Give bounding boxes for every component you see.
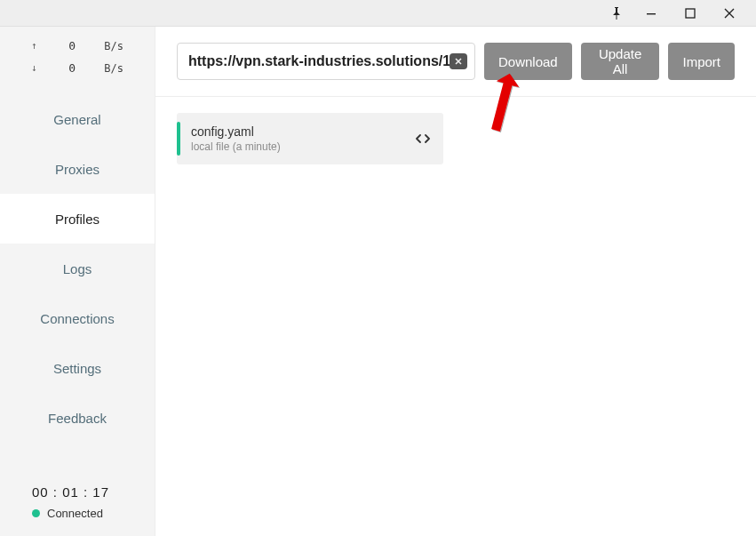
maximize-button[interactable] [671, 0, 710, 27]
arrow-down-icon: ↓ [31, 62, 40, 74]
clear-input-button[interactable] [450, 53, 467, 69]
main-panel: Download Update All Import config.yaml l… [155, 27, 756, 536]
close-icon [724, 8, 735, 19]
url-input-box[interactable] [177, 43, 475, 80]
svg-rect-1 [686, 9, 695, 18]
speed-indicator: ↑ 0 B/s ↓ 0 B/s [0, 27, 155, 89]
sidebar-footer: 00 : 01 : 17 Connected [0, 468, 155, 536]
minimize-icon [646, 8, 657, 19]
nav-label: Logs [63, 261, 92, 276]
connection-timer: 00 : 01 : 17 [18, 484, 137, 500]
download-speed: ↓ 0 B/s [31, 61, 123, 75]
download-value: 0 [68, 61, 76, 75]
upload-speed: ↑ 0 B/s [31, 39, 123, 52]
profile-accent [177, 122, 180, 156]
nav-list: General Proxies Profiles Logs Connection… [0, 94, 155, 443]
code-icon [416, 133, 430, 144]
svg-rect-0 [647, 13, 656, 14]
nav-label: Feedback [48, 411, 107, 426]
connection-status: Connected [18, 507, 137, 520]
nav-item-logs[interactable]: Logs [0, 244, 155, 293]
nav-item-general[interactable]: General [0, 94, 155, 144]
nav-label: Connections [40, 311, 114, 326]
profile-card[interactable]: config.yaml local file (a minute) [177, 113, 443, 164]
titlebar [0, 0, 756, 27]
profiles-content: config.yaml local file (a minute) [155, 97, 756, 180]
maximize-icon [685, 8, 696, 19]
nav-label: General [53, 112, 100, 127]
status-dot-icon [32, 509, 40, 517]
download-unit: B/s [104, 62, 123, 75]
nav-label: Profiles [55, 212, 99, 227]
profile-title: config.yaml [191, 124, 413, 139]
toolbar: Download Update All Import [155, 27, 756, 97]
download-button[interactable]: Download [484, 43, 572, 80]
minimize-button[interactable] [632, 0, 671, 27]
profile-body: config.yaml local file (a minute) [191, 124, 413, 153]
upload-unit: B/s [104, 40, 123, 52]
import-button[interactable]: Import [668, 43, 735, 80]
sidebar: ↑ 0 B/s ↓ 0 B/s General Proxies Profiles… [0, 27, 155, 536]
app-content: ↑ 0 B/s ↓ 0 B/s General Proxies Profiles… [0, 27, 756, 536]
nav-item-feedback[interactable]: Feedback [0, 393, 155, 443]
nav-label: Settings [53, 361, 101, 376]
pin-button[interactable] [601, 0, 632, 27]
nav-item-profiles[interactable]: Profiles [0, 194, 155, 244]
url-input[interactable] [188, 53, 450, 69]
backspace-clear-icon [454, 57, 463, 66]
status-label: Connected [47, 507, 103, 520]
arrow-up-icon: ↑ [31, 40, 40, 52]
nav-item-settings[interactable]: Settings [0, 343, 155, 393]
update-all-button[interactable]: Update All [581, 43, 660, 80]
nav-label: Proxies [55, 162, 99, 177]
upload-value: 0 [68, 39, 76, 52]
profile-edit-button[interactable] [413, 129, 433, 148]
profile-subtitle: local file (a minute) [191, 140, 413, 153]
nav-item-connections[interactable]: Connections [0, 293, 155, 343]
pin-icon [611, 7, 622, 20]
close-button[interactable] [710, 0, 749, 27]
nav-item-proxies[interactable]: Proxies [0, 144, 155, 194]
